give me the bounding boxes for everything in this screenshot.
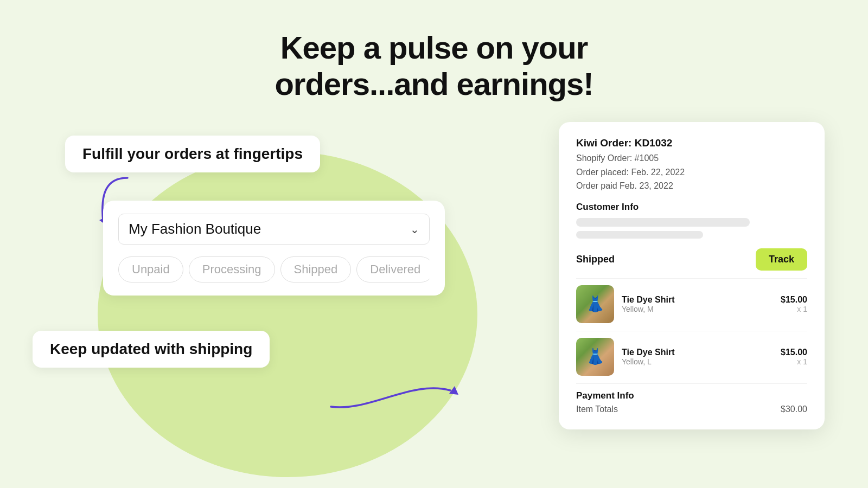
product-name-2: Tie Dye Shirt (622, 348, 773, 357)
heading-line1: Keep a pulse on your (280, 30, 588, 65)
order-paid: Order paid Feb. 23, 2022 (576, 179, 807, 193)
tab-shipped[interactable]: Shipped (280, 256, 352, 282)
order-meta: Shopify Order: #1005 Order placed: Feb. … (576, 151, 807, 193)
product-info-2: Tie Dye Shirt Yellow, L (622, 348, 773, 366)
store-name: My Fashion Boutique (129, 221, 261, 237)
product-info-1: Tie Dye Shirt Yellow, M (622, 295, 773, 313)
item-totals-value: $30.00 (781, 404, 807, 414)
product-qty-2: x 1 (781, 357, 807, 366)
store-dropdown[interactable]: My Fashion Boutique ⌄ (118, 214, 430, 245)
product-figure-1: 👗 (576, 285, 614, 323)
divider-1 (576, 278, 807, 279)
payment-row: Payment Info (576, 390, 807, 401)
product-price-1: $15.00 (781, 295, 807, 305)
content-wrapper: Keep a pulse on your orders...and earnin… (0, 0, 868, 488)
shipping-tooltip: Keep updated with shipping (33, 331, 270, 368)
arrow-to-order (326, 369, 467, 423)
product-figure-2: 👗 (576, 338, 614, 376)
shipped-label: Shipped (576, 254, 615, 265)
product-price-2: $15.00 (781, 348, 807, 357)
shopify-order: Shopify Order: #1005 (576, 151, 807, 165)
product-pricing-1: $15.00 x 1 (781, 295, 807, 313)
product-pricing-2: $15.00 x 1 (781, 348, 807, 366)
product-image-1: 👗 (576, 285, 614, 323)
order-tabs: Unpaid Processing Shipped Delivered Can.… (118, 256, 430, 282)
payment-info-label: Payment Info (576, 390, 634, 401)
item-totals-row: Item Totals $30.00 (576, 404, 807, 414)
product-row-1: 👗 Tie Dye Shirt Yellow, M $15.00 x 1 (576, 285, 807, 323)
shipped-row: Shipped Track (576, 248, 807, 271)
customer-info-label: Customer Info (576, 202, 807, 213)
payment-section: Payment Info Item Totals $30.00 (576, 390, 807, 414)
product-qty-1: x 1 (781, 305, 807, 313)
product-variant-2: Yellow, L (622, 357, 773, 366)
chevron-down-icon: ⌄ (410, 223, 419, 236)
main-heading: Keep a pulse on your orders...and earnin… (0, 0, 868, 102)
customer-info-bar-1 (576, 218, 750, 227)
order-placed: Order placed: Feb. 22, 2022 (576, 165, 807, 179)
tab-unpaid[interactable]: Unpaid (118, 256, 183, 282)
track-button[interactable]: Track (756, 248, 807, 271)
product-image-2: 👗 (576, 338, 614, 376)
divider-3 (576, 383, 807, 384)
store-card: My Fashion Boutique ⌄ Unpaid Processing … (103, 201, 445, 296)
fulfill-tooltip-text: Fulfill your orders at fingertips (82, 145, 303, 162)
product-variant-1: Yellow, M (622, 305, 773, 313)
item-totals-label: Item Totals (576, 404, 618, 414)
heading-line2: orders...and earnings! (275, 66, 593, 101)
kiwi-order-title: Kiwi Order: KD1032 (576, 137, 807, 149)
product-name-1: Tie Dye Shirt (622, 295, 773, 305)
customer-info-bar-2 (576, 231, 703, 239)
order-card: Kiwi Order: KD1032 Shopify Order: #1005 … (559, 122, 825, 429)
tab-processing[interactable]: Processing (189, 256, 275, 282)
divider-2 (576, 331, 807, 331)
shipping-tooltip-text: Keep updated with shipping (50, 341, 252, 357)
fulfill-tooltip: Fulfill your orders at fingertips (65, 136, 320, 172)
product-row-2: 👗 Tie Dye Shirt Yellow, L $15.00 x 1 (576, 338, 807, 376)
tab-delivered[interactable]: Delivered (356, 256, 430, 282)
